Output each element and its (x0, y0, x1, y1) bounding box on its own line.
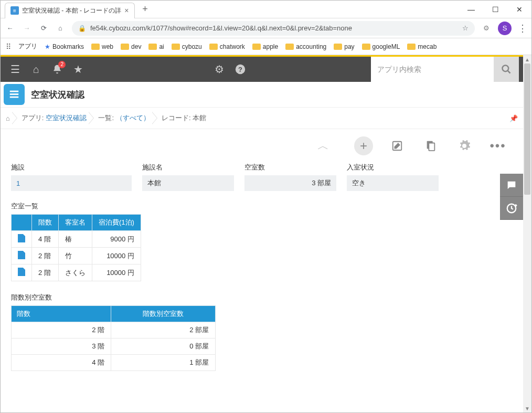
browser-menu-icon[interactable]: ⋮ (518, 23, 527, 34)
record-icon (18, 268, 25, 276)
vacancy-table: 階数 客室名 宿泊費(1泊) 4 階 椿 9000 円 2 階 竹 (11, 214, 141, 281)
url-text: fe54k.cybozu.com/k/1077/show#record=1&l.… (90, 24, 352, 32)
scroll-down-icon[interactable]: ▼ (523, 404, 531, 412)
notification-badge: 2 (58, 61, 66, 68)
new-tab-button[interactable]: + (138, 2, 153, 17)
tab-close-icon[interactable]: × (124, 6, 129, 15)
table-row: 3 階 0 部屋 (12, 338, 216, 355)
copy-button[interactable] (421, 136, 440, 155)
table-header: 客室名 (59, 215, 92, 231)
status-value: 空き (347, 175, 439, 191)
table-header: 階数 (32, 215, 59, 231)
bookmark-folder[interactable]: cybozu (172, 43, 202, 50)
table-header: 階数別空室数 (111, 306, 216, 322)
address-bar[interactable]: 🔒 fe54k.cybozu.com/k/1077/show#record=1&… (72, 21, 475, 36)
lock-icon: 🔒 (78, 25, 86, 32)
table-row: 2 階 2 部屋 (12, 322, 216, 338)
home-icon[interactable]: ⌂ (26, 59, 47, 80)
pin-icon[interactable]: 📌 (509, 114, 518, 122)
profile-avatar[interactable]: S (498, 22, 512, 35)
floor-table: 階数 階数別空室数 2 階 2 部屋 3 階 0 部屋 4 階 1 部屋 (11, 305, 216, 371)
table2-title: 階数別空室数 (11, 293, 513, 302)
chevron-right-icon (89, 111, 96, 125)
comment-button[interactable] (500, 174, 523, 197)
help-icon[interactable]: ? (230, 59, 251, 80)
bell-icon[interactable]: 2 (47, 59, 68, 80)
svg-point-2 (503, 66, 509, 72)
add-button[interactable]: + (354, 136, 373, 155)
field-label: 施設 (11, 163, 132, 172)
field-label: 施設名 (142, 163, 234, 172)
bookmarks-link[interactable]: ★Bookmarks (45, 43, 84, 50)
apps-grid-icon[interactable]: ⠿ (6, 43, 11, 51)
table-row: 4 階 1 部屋 (12, 355, 216, 371)
settings-button[interactable] (455, 136, 474, 155)
table1-title: 空室一覧 (11, 202, 513, 211)
breadcrumb-list-prefix: 一覧: (98, 113, 114, 123)
bookmark-folder[interactable]: dev (121, 43, 141, 50)
field-label: 入室状況 (347, 163, 439, 172)
extension-icon[interactable]: ⚙ (481, 23, 492, 34)
table-row[interactable]: 2 階 さくら 10000 円 (12, 264, 141, 281)
tab-favicon: ≡ (10, 6, 19, 15)
svg-rect-9 (429, 143, 434, 151)
forward-button[interactable]: → (22, 23, 32, 34)
breadcrumb-list-link[interactable]: （すべて） (116, 113, 150, 123)
back-button[interactable]: ← (5, 23, 15, 34)
bookmark-folder[interactable]: mecab (407, 43, 437, 50)
svg-rect-6 (10, 97, 19, 98)
breadcrumb-app-link[interactable]: 空室状況確認 (46, 113, 87, 123)
more-button[interactable]: ••• (488, 136, 507, 155)
app-title-row: 空室状況確認 (1, 82, 523, 107)
menu-icon[interactable]: ☰ (5, 59, 26, 80)
bookmark-folder[interactable]: web (91, 43, 113, 50)
bookmark-folder[interactable]: accounting (285, 43, 326, 50)
table-row[interactable]: 2 階 竹 10000 円 (12, 248, 141, 264)
apps-label[interactable]: アプリ (18, 42, 37, 51)
facility-value[interactable]: 1 (11, 175, 132, 191)
bookmark-folder[interactable]: ai (148, 43, 164, 50)
scrollbar[interactable]: ▲ ▼ (523, 55, 531, 412)
browser-toolbar: ← → ⟳ ⌂ 🔒 fe54k.cybozu.com/k/1077/show#r… (1, 18, 531, 38)
vacancy-value: 3 部屋 (244, 175, 336, 191)
global-header: ☰ ⌂ 2 ★ ⚙ ? (1, 57, 523, 82)
chevron-right-icon (152, 111, 159, 125)
browser-tab[interactable]: ≡ 空室状況確認 - 本館 - レコードの詳 × (5, 3, 135, 18)
bookmarks-bar: ⠿ アプリ ★Bookmarks web dev ai cybozu chatw… (1, 38, 531, 55)
prev-record-icon[interactable]: ︿ (317, 138, 329, 154)
history-button[interactable] (500, 197, 523, 220)
window-close-button[interactable]: ✕ (507, 2, 531, 17)
window-minimize-button[interactable]: — (459, 2, 483, 17)
bookmark-folder[interactable]: googleML (362, 43, 400, 50)
bookmark-folder[interactable]: chatwork (209, 43, 245, 50)
table-header: 宿泊費(1泊) (92, 215, 141, 231)
home-button[interactable]: ⌂ (55, 23, 66, 34)
reload-button[interactable]: ⟳ (38, 23, 49, 34)
svg-line-3 (508, 71, 510, 73)
window-maximize-button[interactable]: ☐ (483, 2, 507, 17)
scroll-up-icon[interactable]: ▲ (523, 55, 531, 63)
gear-icon[interactable]: ⚙ (209, 59, 230, 80)
search-button[interactable] (494, 57, 519, 82)
svg-text:?: ? (238, 66, 242, 73)
tab-title: 空室状況確認 - 本館 - レコードの詳 (22, 6, 121, 15)
bookmark-star-icon[interactable]: ☆ (462, 24, 469, 32)
breadcrumb-home-icon[interactable]: ⌂ (6, 114, 10, 122)
app-title: 空室状況確認 (31, 89, 84, 101)
table-row[interactable]: 4 階 椿 9000 円 (12, 231, 141, 248)
svg-rect-4 (10, 91, 19, 92)
bookmark-folder[interactable]: pay (334, 43, 354, 50)
browser-titlebar: ≡ 空室状況確認 - 本館 - レコードの詳 × + — ☐ ✕ (1, 1, 531, 18)
star-icon[interactable]: ★ (68, 59, 89, 80)
bookmark-folder[interactable]: apple (252, 43, 278, 50)
breadcrumb: ⌂ アプリ: 空室状況確認 一覧: （すべて） レコード: 本館 📌 (1, 107, 523, 129)
record-content: 施設 1 施設名 本館 空室数 3 部屋 入室状況 空き (1, 163, 523, 412)
app-icon (4, 84, 25, 105)
scroll-thumb[interactable] (524, 63, 530, 195)
facility-name-value: 本館 (142, 175, 234, 191)
edit-button[interactable] (388, 136, 407, 155)
breadcrumb-record: レコード: 本館 (162, 113, 206, 123)
breadcrumb-app-prefix: アプリ: (22, 113, 44, 123)
record-icon (18, 251, 25, 259)
search-input[interactable] (371, 57, 494, 82)
